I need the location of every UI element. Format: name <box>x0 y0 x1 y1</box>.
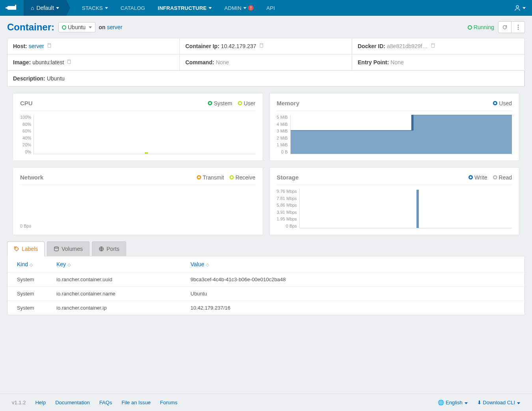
home-icon: ⌂ <box>31 5 34 11</box>
more-vertical-icon <box>517 24 519 30</box>
svg-rect-7 <box>68 60 71 64</box>
info-grid: Host: server Container Ip: 10.42.179.237… <box>7 38 525 87</box>
sort-icon: ◇ <box>30 262 33 267</box>
chart-memory: Memory Used 5 MiB4 MiB3 MiB2 MiB1 MiB0 B <box>269 93 520 161</box>
host-link[interactable]: server <box>29 43 44 49</box>
chart-network: Network Transmit Receive 0 Bps <box>13 167 263 235</box>
container-selector[interactable]: Ubuntu <box>58 22 95 32</box>
table-row: Systemio.rancher.container.nameUbuntu <box>7 287 525 301</box>
chart-plot <box>34 189 255 228</box>
refresh-button[interactable] <box>498 21 511 33</box>
nav-infrastructure[interactable]: INFRASTRUCTURE <box>151 0 218 16</box>
info-image: Image: ubuntu:latest <box>7 54 180 71</box>
user-icon <box>514 5 521 11</box>
chart-plot <box>299 189 512 228</box>
info-entry-point: Entry Point: None <box>352 54 525 71</box>
chart-cpu: CPU System User 100%80%60%40%20%0% <box>13 93 263 161</box>
svg-rect-6 <box>431 44 434 47</box>
nav-items: STACKS CATALOG INFRASTRUCTURE ADMIN! API <box>76 0 282 16</box>
chart-yaxis: 9.76 Mbps7.81 Mbps5.86 Mbps3.91 Mbps1.95… <box>277 189 299 228</box>
chart-storage: Storage Write Read 9.76 Mbps7.81 Mbps5.8… <box>269 167 520 235</box>
info-docker-id: Docker ID: a8e821db929f… <box>352 38 525 54</box>
user-menu[interactable] <box>508 0 532 16</box>
chart-title: Memory <box>277 100 300 106</box>
disk-icon <box>54 246 59 252</box>
labels-table: Kind◇ Key◇ Value◇ Systemio.rancher.conta… <box>7 256 525 315</box>
status-running: Running <box>468 24 494 30</box>
copy-button[interactable] <box>47 43 52 49</box>
svg-point-8 <box>15 248 16 248</box>
svg-point-0 <box>516 6 519 8</box>
svg-point-3 <box>517 29 519 30</box>
status-dot-icon <box>468 25 472 30</box>
environment-name: Default <box>36 5 54 11</box>
tab-labels[interactable]: Labels <box>7 241 45 256</box>
nav-api[interactable]: API <box>260 0 281 16</box>
info-command: Command: None <box>180 54 352 71</box>
charts-grid: CPU System User 100%80%60%40%20%0% Memor… <box>7 93 525 235</box>
chevron-down-icon <box>56 7 59 9</box>
chart-yaxis: 0 Bps <box>20 189 34 228</box>
nav-stacks[interactable]: STACKS <box>76 0 114 16</box>
legend-write: Write <box>469 174 487 181</box>
chart-plot <box>34 115 255 154</box>
container-name: Ubuntu <box>68 24 86 30</box>
chart-plot <box>290 115 512 154</box>
top-nav: ⌂ Default STACKS CATALOG INFRASTRUCTURE … <box>0 0 532 16</box>
alert-badge: ! <box>248 5 254 11</box>
chart-yaxis: 5 MiB4 MiB3 MiB2 MiB1 MiB0 B <box>277 115 290 154</box>
tab-content: Kind◇ Key◇ Value◇ Systemio.rancher.conta… <box>7 256 525 315</box>
legend-user: User <box>238 100 256 106</box>
action-buttons <box>498 21 525 33</box>
copy-button[interactable] <box>430 43 435 49</box>
chart-title: Network <box>20 174 43 181</box>
legend-receive: Receive <box>230 174 256 181</box>
chevron-down-icon <box>89 26 92 28</box>
chevron-down-icon <box>523 7 526 9</box>
tab-volumes[interactable]: Volumes <box>47 241 90 256</box>
legend-used: Used <box>493 100 512 106</box>
globe-icon <box>99 246 104 252</box>
chart-title: CPU <box>20 100 33 106</box>
col-key[interactable]: Key◇ <box>47 256 181 273</box>
nav-catalog[interactable]: CATALOG <box>114 0 151 16</box>
tag-icon <box>14 246 19 252</box>
svg-point-2 <box>517 27 519 28</box>
table-row: Systemio.rancher.container.uuid9bca3cef-… <box>7 273 525 287</box>
status-dot-icon <box>62 25 66 30</box>
col-kind[interactable]: Kind◇ <box>7 256 47 273</box>
on-server-text: on server <box>99 24 122 30</box>
svg-rect-4 <box>48 44 50 47</box>
svg-rect-5 <box>260 44 263 47</box>
sort-icon: ◇ <box>67 262 71 267</box>
chart-yaxis: 100%80%60%40%20%0% <box>20 115 34 154</box>
info-container-ip: Container Ip: 10.42.179.237 <box>180 38 352 54</box>
tab-ports[interactable]: Ports <box>92 241 126 256</box>
legend-read: Read <box>493 174 512 181</box>
server-link[interactable]: server <box>107 24 122 30</box>
page-header: Container: Ubuntu on server Running <box>7 21 525 33</box>
svg-point-1 <box>517 25 519 26</box>
chart-title: Storage <box>277 174 299 181</box>
nav-admin[interactable]: ADMIN! <box>218 0 260 16</box>
page-title: Container: <box>7 22 54 33</box>
more-actions-button[interactable] <box>511 21 525 33</box>
info-host: Host: server <box>7 38 180 54</box>
refresh-icon <box>502 24 508 30</box>
logo[interactable] <box>0 0 24 16</box>
environment-selector[interactable]: ⌂ Default <box>24 0 66 16</box>
tabs: Labels Volumes Ports <box>7 241 525 256</box>
copy-button[interactable] <box>66 59 71 65</box>
legend-transmit: Transmit <box>197 174 224 181</box>
copy-button[interactable] <box>259 43 264 49</box>
table-row: Systemio.rancher.container.ip10.42.179.2… <box>7 301 525 315</box>
info-description: Description: Ubuntu <box>7 71 525 86</box>
svg-point-9 <box>54 247 59 248</box>
col-value[interactable]: Value◇ <box>181 256 525 273</box>
legend-system: System <box>208 100 232 106</box>
sort-icon: ◇ <box>206 262 209 267</box>
